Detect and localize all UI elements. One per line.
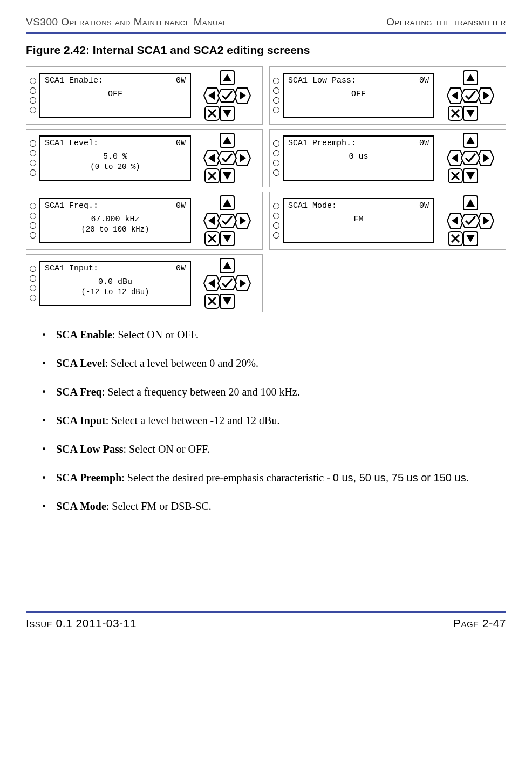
lcd-title: SCA1 Enable: xyxy=(45,76,103,86)
screen-sca1-mode: SCA1 Mode: 0W FM xyxy=(269,192,506,250)
bullets-list: SCA Enable: Select ON or OFF. SCA Level:… xyxy=(42,328,506,514)
svg-marker-8 xyxy=(461,89,480,102)
led-indicator xyxy=(30,275,36,282)
bullet-text: : Select a level between 0 and 20%. xyxy=(105,357,258,369)
lcd-value: OFF xyxy=(45,90,186,100)
figure-title: Figure 2.42: Internal SCA1 and SCA2 edit… xyxy=(26,44,506,57)
screen-sca1-preemph: SCA1 Preemph.: 0W 0 us xyxy=(269,129,506,187)
nav-pad[interactable] xyxy=(439,195,502,247)
svg-marker-44 xyxy=(218,214,236,227)
lcd-title: SCA1 Freq.: xyxy=(45,201,98,212)
led-column xyxy=(30,78,36,113)
led-indicator xyxy=(273,87,279,94)
led-indicator xyxy=(273,140,279,147)
lcd-title: SCA1 Input: xyxy=(45,264,98,274)
led-indicator xyxy=(273,169,279,176)
lcd-title: SCA1 Preemph.: xyxy=(288,139,356,149)
nav-pad[interactable] xyxy=(439,70,502,121)
header-right: Operating the transmitter xyxy=(386,16,506,28)
nav-pad[interactable] xyxy=(195,70,259,121)
nav-pad[interactable] xyxy=(195,132,259,184)
lcd-display: SCA1 Level: 0W 5.0 % (0 to 20 %) xyxy=(39,135,191,181)
lcd-title: SCA1 Low Pass: xyxy=(288,76,356,86)
led-indicator xyxy=(273,160,279,166)
page-header: VS300 Operations and Maintenance Manual … xyxy=(26,16,506,28)
footer-left: Issue 0.1 2011-03-11 xyxy=(26,617,137,630)
nav-pad[interactable] xyxy=(195,257,259,309)
led-column xyxy=(273,78,279,113)
bullet-item: SCA Low Pass: Select ON or OFF. xyxy=(42,442,506,457)
lcd-power: 0W xyxy=(176,201,186,212)
footer-rule xyxy=(26,611,506,613)
bullet-label: SCA Low Pass xyxy=(56,443,123,455)
lcd-title: SCA1 Level: xyxy=(45,139,98,149)
bullet-item: SCA Preemph: Select the desired pre-emph… xyxy=(42,471,506,485)
lcd-value: FM xyxy=(288,215,429,225)
page-footer: Issue 0.1 2011-03-11 Page 2-47 xyxy=(26,611,506,630)
ok-button xyxy=(218,89,236,102)
led-indicator xyxy=(30,160,36,166)
bullet-item: SCA Level: Select a level between 0 and … xyxy=(42,356,506,371)
led-indicator xyxy=(273,97,279,104)
bullet-label: SCA Mode xyxy=(56,500,106,512)
led-indicator xyxy=(273,222,279,229)
led-column xyxy=(273,140,279,176)
lcd-display: SCA1 Preemph.: 0W 0 us xyxy=(283,135,434,181)
lcd-value: 5.0 % xyxy=(45,152,186,162)
screen-sca1-freq: SCA1 Freq.: 0W 67.000 kHz (20 to 100 kHz… xyxy=(26,192,263,250)
lcd-power: 0W xyxy=(176,139,186,149)
lcd-power: 0W xyxy=(176,76,186,86)
led-indicator xyxy=(273,150,279,156)
led-column xyxy=(30,266,36,301)
led-indicator xyxy=(30,150,36,156)
bullet-item: SCA Freq: Select a frequency between 20 … xyxy=(42,385,506,399)
bullet-label: SCA Preemph xyxy=(56,472,121,484)
led-indicator xyxy=(30,87,36,94)
led-indicator xyxy=(30,222,36,229)
bullet-label: SCA Enable xyxy=(56,329,112,341)
bullet-item: SCA Enable: Select ON or OFF. xyxy=(42,328,506,342)
screens-grid: SCA1 Enable: 0W OFF xyxy=(26,66,506,312)
led-indicator xyxy=(30,232,36,239)
screen-sca1-lowpass: SCA1 Low Pass: 0W OFF xyxy=(269,66,506,125)
led-indicator xyxy=(30,107,36,113)
led-indicator xyxy=(273,232,279,239)
lcd-range: (20 to 100 kHz) xyxy=(45,225,186,235)
led-indicator xyxy=(30,285,36,291)
led-indicator xyxy=(30,140,36,147)
led-indicator xyxy=(30,203,36,209)
bullet-text: : Select the desired pre-emphasis charac… xyxy=(121,472,333,484)
footer-right: Page 2-47 xyxy=(453,617,506,630)
header-rule xyxy=(26,32,506,34)
bullet-label: SCA Level xyxy=(56,357,105,369)
nav-pad[interactable] xyxy=(439,132,502,184)
led-indicator xyxy=(30,266,36,272)
bullet-label: SCA Input xyxy=(56,414,106,426)
led-indicator xyxy=(30,213,36,219)
svg-marker-68 xyxy=(218,277,236,290)
led-indicator xyxy=(273,107,279,113)
led-indicator xyxy=(273,78,279,84)
screen-sca1-enable: SCA1 Enable: 0W OFF xyxy=(26,66,263,125)
lcd-power: 0W xyxy=(419,139,429,149)
led-indicator xyxy=(273,213,279,219)
lcd-title: SCA1 Mode: xyxy=(288,201,337,212)
svg-marker-56 xyxy=(461,214,480,227)
led-indicator xyxy=(30,295,36,301)
nav-pad[interactable] xyxy=(195,195,259,247)
svg-marker-20 xyxy=(218,152,236,165)
bullet-text: : Select ON or OFF. xyxy=(123,443,209,455)
lcd-range: (0 to 20 %) xyxy=(45,162,186,172)
lcd-range: (-12 to 12 dBu) xyxy=(45,288,186,297)
led-indicator xyxy=(30,78,36,84)
lcd-display: SCA1 Enable: 0W OFF xyxy=(39,73,191,118)
lcd-power: 0W xyxy=(176,264,186,274)
lcd-power: 0W xyxy=(419,76,429,86)
screen-sca1-input: SCA1 Input: 0W 0.0 dBu (-12 to 12 dBu) xyxy=(26,254,263,312)
bullet-item: SCA Mode: Select FM or DSB-SC. xyxy=(42,499,506,514)
lcd-value: 0.0 dBu xyxy=(45,277,186,288)
lcd-display: SCA1 Mode: 0W FM xyxy=(283,198,434,243)
bullet-text: : Select FM or DSB-SC. xyxy=(106,500,212,512)
lcd-value: 67.000 kHz xyxy=(45,215,186,225)
svg-marker-32 xyxy=(461,152,480,165)
